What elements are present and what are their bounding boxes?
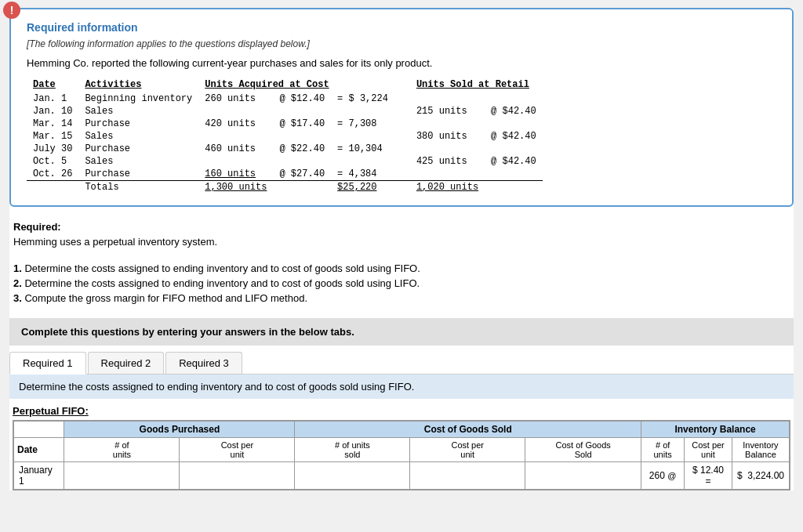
tab-required-2[interactable]: Required 2 <box>88 352 165 374</box>
cogs-cost-subheader: Cost perunit <box>410 438 525 462</box>
row-oct5-activity: Sales <box>78 155 198 168</box>
row-oct26-activity: Purchase <box>78 168 198 181</box>
row-mar15-sold-units: 380 units <box>410 130 485 143</box>
row-jan1-activity: Beginning inventory <box>78 92 198 105</box>
cost-of-goods-sold-header: Cost of Goods Sold <box>295 422 641 438</box>
row-jan1-at: @ $12.40 <box>273 92 331 105</box>
row-mar15-activity: Sales <box>78 130 198 143</box>
perpetual-fifo-label: Perpetual FIFO: <box>13 405 794 417</box>
row-totals-date <box>27 181 78 194</box>
jan1-inv-units: 260 @ <box>641 462 685 490</box>
tab-required-1[interactable]: Required 1 <box>9 352 86 375</box>
info-box-subtitle: [The following information applies to th… <box>27 38 776 49</box>
row-jan10-date: Jan. 10 <box>27 105 78 118</box>
row-mar14-eq: = 7,308 <box>331 118 394 130</box>
fifo-table-wrapper: Goods Purchased Cost of Goods Sold Inven… <box>13 420 790 490</box>
jan1-cogs-total[interactable] <box>525 462 641 490</box>
inv-cost-subheader: Cost perunit <box>685 438 732 462</box>
date-col-header <box>14 422 64 438</box>
date-subheader: Date <box>14 438 64 462</box>
row-jan1-units: 260 units <box>198 92 273 105</box>
jan1-inv-cost: $ 12.40 = <box>685 462 732 490</box>
intro-text: Hemming Co. reported the following curre… <box>27 57 776 69</box>
table-row: January 1 260 @ $ 12.40 = $ 3,224.00 <box>14 462 790 490</box>
jan1-inv-balance: $ 3,224.00 <box>732 462 789 490</box>
goods-units-subheader: # ofunits <box>64 438 180 462</box>
january-1-date: January 1 <box>14 462 64 490</box>
inv-units-subheader: # of units <box>641 438 685 462</box>
row-jan10-activity: Sales <box>78 105 198 118</box>
jan1-cogs-cost[interactable] <box>410 462 525 490</box>
row-july30-date: July 30 <box>27 143 78 155</box>
row-oct26-units: 160 units <box>198 168 273 181</box>
cogs-units-subheader: # of unitssold <box>295 438 410 462</box>
row-jan1-date: Jan. 1 <box>27 92 78 105</box>
col-units-acquired: Units Acquired at Cost <box>198 78 394 92</box>
jan1-cogs-total-input[interactable] <box>530 470 636 481</box>
col-units-sold: Units Sold at Retail <box>410 78 543 92</box>
row-jan10-sold-at: @ $42.40 <box>485 105 543 118</box>
row-mar14-units: 420 units <box>198 118 273 130</box>
info-data-table: Date Activities Units Acquired at Cost U… <box>27 78 543 194</box>
col-date: Date <box>27 78 78 92</box>
row-totals-activity: Totals <box>78 181 198 194</box>
required-section: Required: Hemming uses a perpetual inven… <box>9 221 794 304</box>
required-item-2: 2. Determine the costs assigned to endin… <box>13 277 790 289</box>
row-oct26-at: @ $27.40 <box>273 168 331 181</box>
row-july30-units: 460 units <box>198 143 273 155</box>
alert-icon: ! <box>3 2 20 19</box>
required-item-3: 3. Compute the gross margin for FIFO met… <box>13 292 790 304</box>
tabs-container: Required 1 Required 2 Required 3 <box>9 352 794 375</box>
required-label: Required: <box>13 221 61 233</box>
jan1-cogs-units[interactable] <box>295 462 410 490</box>
col-activities: Activities <box>78 78 198 92</box>
row-oct26-date: Oct. 26 <box>27 168 78 181</box>
instructions-text: Complete this questions by entering your… <box>21 326 354 338</box>
row-july30-activity: Purchase <box>78 143 198 155</box>
row-mar15-date: Mar. 15 <box>27 130 78 143</box>
row-mar14-activity: Purchase <box>78 118 198 130</box>
fifo-table: Goods Purchased Cost of Goods Sold Inven… <box>13 421 790 490</box>
tab-required-3[interactable]: Required 3 <box>165 352 242 374</box>
jan1-goods-cost-input[interactable] <box>184 470 289 481</box>
row-oct5-date: Oct. 5 <box>27 155 78 168</box>
row-totals-units: 1,300 units <box>198 181 273 194</box>
row-oct26-eq: = 4,384 <box>331 168 394 181</box>
jan1-cogs-units-input[interactable] <box>300 470 405 481</box>
row-mar15-sold-at: @ $42.40 <box>485 130 543 143</box>
jan1-cogs-cost-input[interactable] <box>415 470 520 481</box>
jan1-goods-units[interactable] <box>64 462 180 490</box>
row-july30-eq: = 10,304 <box>331 143 394 155</box>
row-july30-at: @ $22.40 <box>273 143 331 155</box>
tab-content-text: Determine the costs assigned to ending i… <box>19 381 414 393</box>
cogs-total-subheader: Cost of GoodsSold <box>525 438 641 462</box>
row-jan1-sold-units <box>410 92 485 105</box>
main-container: ! Required information [The following in… <box>9 8 794 490</box>
info-box: ! Required information [The following in… <box>9 8 794 207</box>
row-jan1-sold-at <box>485 92 543 105</box>
row-totals-eq: $25,220 <box>331 181 394 194</box>
inventory-balance-header: Inventory Balance <box>641 422 790 438</box>
row-totals-sold-units: 1,020 units <box>410 181 485 194</box>
row-mar14-at: @ $17.40 <box>273 118 331 130</box>
row-jan1-eq: = $ 3,224 <box>331 92 394 105</box>
required-system-text: Hemming uses a perpetual inventory syste… <box>13 236 790 248</box>
instructions-bar: Complete this questions by entering your… <box>9 318 794 346</box>
jan1-goods-units-input[interactable] <box>69 470 174 481</box>
inv-balance-subheader: InventoryBalance <box>732 438 789 462</box>
goods-purchased-header: Goods Purchased <box>64 422 295 438</box>
row-jan10-sold-units: 215 units <box>410 105 485 118</box>
tab-content-label: Determine the costs assigned to ending i… <box>9 375 794 399</box>
info-box-title: Required information <box>27 21 776 34</box>
goods-cost-subheader: Cost perunit <box>180 438 295 462</box>
row-oct5-sold-units: 425 units <box>410 155 485 168</box>
jan1-goods-cost[interactable] <box>180 462 295 490</box>
required-item-1: 1. Determine the costs assigned to endin… <box>13 262 790 274</box>
row-mar14-date: Mar. 14 <box>27 118 78 130</box>
row-oct5-sold-at: @ $42.40 <box>485 155 543 168</box>
